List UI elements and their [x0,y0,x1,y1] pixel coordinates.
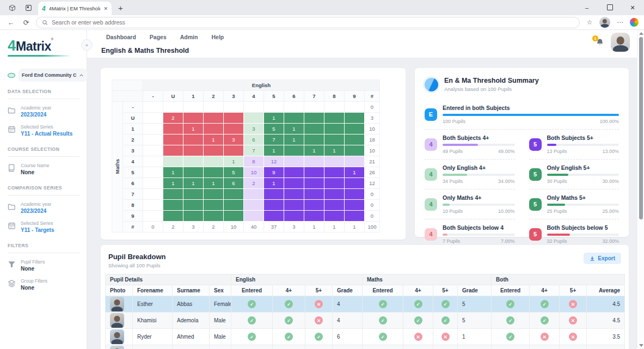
matrix-cell[interactable]: 3 [244,124,264,134]
matrix-cell[interactable] [143,189,163,200]
matrix-cell[interactable] [324,200,345,211]
column-header[interactable]: Photo [106,285,133,296]
scrollbar[interactable] [637,30,644,349]
matrix-cell[interactable] [183,189,204,200]
workspaces-icon[interactable] [8,3,16,12]
column-header[interactable]: Forename [133,285,173,296]
item-value[interactable]: 2023/2024 [21,208,51,214]
sidebar-item[interactable]: Group FiltersNone [8,274,80,293]
back-icon[interactable]: ← [5,19,16,27]
matrix-cell[interactable]: 1 [183,178,204,189]
matrix-cell[interactable] [204,200,224,211]
matrix-cell[interactable] [163,156,183,167]
matrix-cell[interactable] [304,200,324,211]
matrix-cell[interactable]: 1 [264,113,284,124]
matrix-cell[interactable] [324,178,345,189]
matrix-cell[interactable] [224,124,244,134]
matrix-cell[interactable]: 5 [224,167,244,178]
sidebar-item[interactable]: Selected SeriesY11 - Targets [8,217,80,236]
matrix-cell[interactable]: 1 [304,145,324,156]
nav-item-pages[interactable]: Pages [150,34,167,40]
refresh-icon[interactable]: ⟳ [21,19,32,27]
matrix-cell[interactable] [345,113,365,124]
matrix-cell[interactable] [163,145,183,156]
matrix-cell[interactable] [183,167,204,178]
matrix-cell[interactable] [264,200,284,211]
matrix-cell[interactable] [304,189,324,200]
matrix-cell[interactable] [244,189,264,200]
matrix-cell[interactable] [264,189,284,200]
nav-item-admin[interactable]: Admin [180,34,198,40]
matrix-cell[interactable]: 6 [224,178,244,189]
sidebar-item[interactable]: Pupil FiltersNone [8,255,80,274]
matrix-cell[interactable]: 3 [224,134,244,145]
matrix-cell[interactable] [345,178,365,189]
matrix-cell[interactable] [183,113,204,124]
matrix-cell[interactable] [324,124,345,134]
matrix-cell[interactable] [143,200,163,211]
matrix-cell[interactable]: 1 [204,134,224,145]
column-header[interactable]: Average [587,285,625,296]
matrix-cell[interactable] [264,211,284,222]
browser-profile-avatar[interactable] [599,17,610,28]
matrix-cell[interactable] [143,145,163,156]
matrix-cell[interactable] [345,156,365,167]
table-row[interactable]: RyderAhmedMale✓✓✓6✓✕✕1✓✕✕3.5 [106,329,625,345]
matrix-cell[interactable] [345,211,365,222]
matrix-cell[interactable]: 8 [244,156,264,167]
scroll-up-icon[interactable] [639,32,643,35]
matrix-cell[interactable]: 2 [163,113,183,124]
matrix-cell[interactable] [183,102,204,113]
matrix-cell[interactable] [284,145,304,156]
matrix-cell[interactable] [183,200,204,211]
school-selector[interactable]: Ford End Community C [8,69,80,82]
item-value[interactable]: None [21,169,49,175]
matrix-cell[interactable] [163,189,183,200]
column-header[interactable]: Entered [231,285,273,296]
matrix-cell[interactable] [244,211,264,222]
matrix-cell[interactable]: 1 [264,145,284,156]
matrix-cell[interactable] [284,200,304,211]
scrollbar-thumb[interactable] [639,37,643,219]
copilot-icon[interactable] [630,18,639,27]
matrix-cell[interactable] [324,156,345,167]
matrix-cell[interactable] [163,200,183,211]
matrix-cell[interactable] [204,167,224,178]
matrix-cell[interactable] [163,134,183,145]
matrix-cell[interactable] [163,102,183,113]
matrix-cell[interactable]: 10 [244,167,264,178]
matrix-cell[interactable] [284,211,304,222]
matrix-cell[interactable]: 1 [345,167,365,178]
item-value[interactable]: None [21,266,45,272]
matrix-cell[interactable] [143,113,163,124]
matrix-cell[interactable]: 7 [264,134,284,145]
matrix-cell[interactable] [204,211,224,222]
item-value[interactable]: None [21,285,47,291]
address-input[interactable] [52,19,574,26]
matrix-cell[interactable] [244,200,264,211]
matrix-cell[interactable] [284,189,304,200]
matrix-cell[interactable] [183,134,204,145]
matrix-cell[interactable]: 1 [183,124,204,134]
matrix-cell[interactable] [224,145,244,156]
matrix-cell[interactable] [284,102,304,113]
matrix-cell[interactable] [224,102,244,113]
matrix-cell[interactable]: 1 [163,167,183,178]
matrix-cell[interactable] [143,102,163,113]
matrix-cell[interactable]: 1 [284,134,304,145]
table-row[interactable]: ✓✕✕✓✓✓✓✕✕ [106,345,625,349]
matrix-cell[interactable] [345,189,365,200]
matrix-cell[interactable] [143,134,163,145]
matrix-cell[interactable] [163,124,183,134]
matrix-cell[interactable] [284,167,304,178]
matrix-cell[interactable]: 1 [224,156,244,167]
matrix-cell[interactable] [324,189,345,200]
matrix-cell[interactable] [304,113,324,124]
matrix-cell[interactable] [143,156,163,167]
matrix-cell[interactable] [284,178,304,189]
matrix-cell[interactable]: 9 [264,167,284,178]
matrix-cell[interactable] [345,134,365,145]
matrix-cell[interactable] [224,200,244,211]
tab-close-icon[interactable]: ✕ [103,6,108,11]
matrix-cell[interactable] [204,113,224,124]
